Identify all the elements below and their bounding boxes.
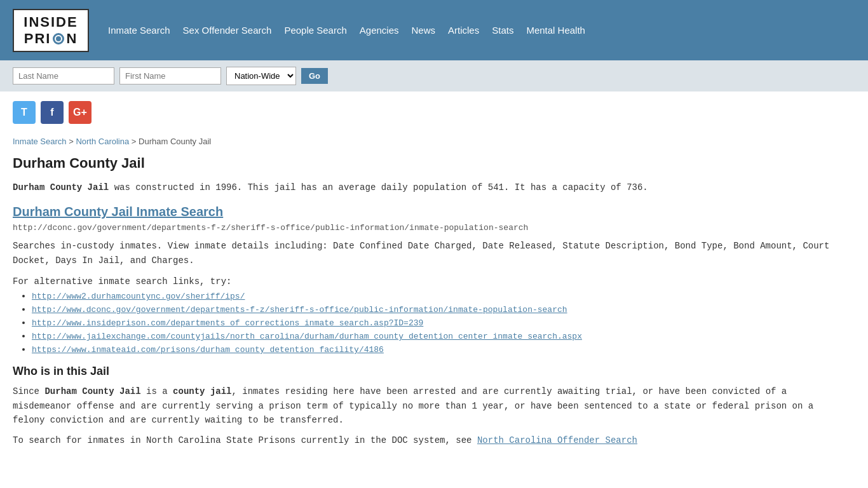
nav-mental-health[interactable]: Mental Health — [526, 25, 585, 36]
breadcrumb-inmate-search[interactable]: Inmate Search — [13, 137, 67, 146]
jail-name-bold: Durham County Jail — [13, 182, 109, 193]
list-item: http://www2.durhamcountync.gov/sheriff/i… — [32, 290, 839, 301]
nav-people-search[interactable]: People Search — [284, 25, 346, 36]
search-bar: Nation-Wide Go — [0, 60, 868, 92]
alt-link-3[interactable]: http://www.insideprison.com/departments_… — [32, 318, 423, 328]
main-content: Inmate Search > North Carolina > Durham … — [0, 133, 851, 467]
social-icons: T f G+ — [0, 92, 868, 133]
nav-inmate-search[interactable]: Inmate Search — [108, 25, 170, 36]
go-button[interactable]: Go — [301, 68, 328, 84]
jail-description-text: was constructed in 1996. This jail has a… — [109, 182, 648, 193]
alt-links-list: http://www2.durhamcountync.gov/sheriff/i… — [13, 290, 839, 355]
who-text-2: is a — [141, 386, 173, 396]
header: INSIDE PRI N Inmate Search Sex Offender … — [0, 0, 868, 60]
who-in-jail-heading: Who is in this Jail — [13, 365, 839, 378]
inmate-search-link-heading[interactable]: Durham County Jail Inmate Search — [13, 205, 223, 219]
alt-link-5[interactable]: https://www.inmateaid.com/prisons/durham… — [32, 345, 384, 355]
nc-offender-search-link[interactable]: North Carolina Offender Search — [477, 435, 637, 445]
breadcrumb-sep1: > — [69, 137, 76, 146]
twitter-icon[interactable]: T — [13, 101, 36, 124]
inmate-search-url: http://dconc.gov/government/departments-… — [13, 223, 839, 233]
breadcrumb: Inmate Search > North Carolina > Durham … — [13, 137, 839, 146]
list-item: http://www.jailexchange.com/countyjails/… — [32, 330, 839, 341]
page-title: Durham County Jail — [13, 155, 839, 172]
alt-links-intro: For alternative inmate search links, try… — [13, 276, 839, 287]
facebook-icon[interactable]: f — [41, 101, 64, 124]
state-select[interactable]: Nation-Wide — [226, 67, 296, 85]
breadcrumb-sep2: > — [132, 137, 139, 146]
breadcrumb-north-carolina[interactable]: North Carolina — [76, 137, 129, 146]
nav-news[interactable]: News — [412, 25, 436, 36]
nav-agencies[interactable]: Agencies — [360, 25, 399, 36]
logo-prison: PRI N — [20, 30, 81, 47]
durham-jail-bold: Durham County Jail — [44, 386, 140, 396]
jail-description: Durham County Jail was constructed in 19… — [13, 180, 839, 194]
who-in-jail-text: Since Durham County Jail is a county jai… — [13, 384, 839, 427]
last-name-input[interactable] — [13, 67, 114, 85]
inmate-search-description: Searches in-custody inmates. View inmate… — [13, 239, 839, 268]
nc-offender-search-text: To search for inmates in North Carolina … — [13, 433, 839, 447]
alt-link-4[interactable]: http://www.jailexchange.com/countyjails/… — [32, 332, 582, 341]
list-item: https://www.inmateaid.com/prisons/durham… — [32, 344, 839, 355]
list-item: http://www.dconc.gov/government/departme… — [32, 304, 839, 315]
who-text-1: Since — [13, 386, 44, 396]
main-nav: Inmate Search Sex Offender Search People… — [108, 25, 585, 36]
nav-articles[interactable]: Articles — [448, 25, 479, 36]
county-jail-bold: county jail — [173, 386, 231, 396]
nav-stats[interactable]: Stats — [492, 25, 513, 36]
first-name-input[interactable] — [119, 67, 221, 85]
to-search-text: To search for inmates in North Carolina … — [13, 435, 477, 445]
logo[interactable]: INSIDE PRI N — [13, 9, 89, 52]
logo-inside: INSIDE — [20, 14, 81, 30]
logo-circle-icon — [53, 33, 64, 44]
list-item: http://www.insideprison.com/departments_… — [32, 317, 839, 328]
nav-sex-offender-search[interactable]: Sex Offender Search — [183, 25, 272, 36]
alt-link-1[interactable]: http://www2.durhamcountync.gov/sheriff/i… — [32, 292, 245, 301]
alt-link-2[interactable]: http://www.dconc.gov/government/departme… — [32, 305, 567, 315]
google-plus-icon[interactable]: G+ — [69, 101, 92, 124]
breadcrumb-current: Durham County Jail — [139, 137, 211, 146]
